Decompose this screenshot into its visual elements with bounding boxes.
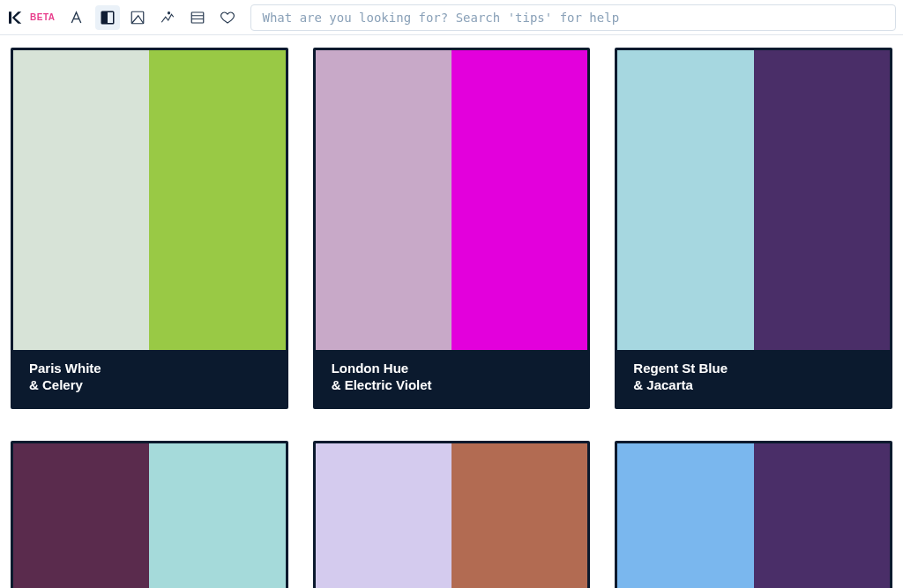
- color-name-line1: Regent St Blue: [633, 361, 874, 377]
- palette-caption: Paris White & Celery: [13, 350, 286, 406]
- swatch-right: [754, 443, 890, 589]
- swatch-left: [617, 50, 753, 350]
- palette-grid: Paris White & Celery London Hue & Electr…: [0, 35, 903, 588]
- svg-point-3: [168, 11, 170, 13]
- color-name-line1: Paris White: [29, 361, 270, 377]
- list-tool-icon[interactable]: [185, 5, 210, 30]
- swatch-right: [452, 443, 587, 589]
- swatch-pair: [13, 50, 286, 350]
- color-pairs-tool-icon[interactable]: [95, 5, 120, 30]
- beta-badge: BETA: [30, 12, 55, 22]
- swatch-right: [149, 443, 285, 589]
- svg-rect-1: [102, 11, 108, 23]
- palette-card[interactable]: [11, 441, 288, 589]
- data-viz-tool-icon[interactable]: [155, 5, 180, 30]
- swatch-pair: [617, 443, 890, 589]
- palette-card[interactable]: [615, 441, 892, 589]
- swatch-left: [13, 443, 149, 589]
- poster-tool-icon[interactable]: [125, 5, 150, 30]
- palette-caption: Regent St Blue & Jacarta: [617, 350, 890, 406]
- palette-caption: London Hue & Electric Violet: [316, 350, 588, 406]
- color-name-line2: & Jacarta: [633, 377, 874, 394]
- palette-card[interactable]: [313, 441, 591, 589]
- palette-card[interactable]: Paris White & Celery: [11, 48, 288, 409]
- swatch-left: [316, 50, 452, 350]
- swatch-left: [617, 443, 753, 589]
- palette-card[interactable]: Regent St Blue & Jacarta: [615, 48, 892, 409]
- swatch-right: [452, 50, 587, 350]
- app-logo[interactable]: [5, 9, 23, 26]
- favorites-icon[interactable]: [215, 5, 240, 30]
- color-name-line2: & Celery: [29, 377, 270, 394]
- top-bar: BETA: [0, 0, 903, 35]
- swatch-pair: [617, 50, 890, 350]
- swatch-pair: [13, 443, 286, 589]
- search-field[interactable]: [250, 4, 896, 31]
- color-name-line2: & Electric Violet: [332, 377, 572, 394]
- swatch-left: [13, 50, 149, 350]
- swatch-left: [316, 443, 452, 589]
- typography-tool-icon[interactable]: [65, 5, 90, 30]
- color-name-line1: London Hue: [332, 361, 572, 377]
- palette-card[interactable]: London Hue & Electric Violet: [313, 48, 591, 409]
- swatch-pair: [316, 443, 588, 589]
- search-input[interactable]: [250, 4, 896, 31]
- swatch-pair: [316, 50, 588, 350]
- swatch-right: [754, 50, 890, 350]
- svg-rect-4: [192, 12, 205, 23]
- swatch-right: [149, 50, 285, 350]
